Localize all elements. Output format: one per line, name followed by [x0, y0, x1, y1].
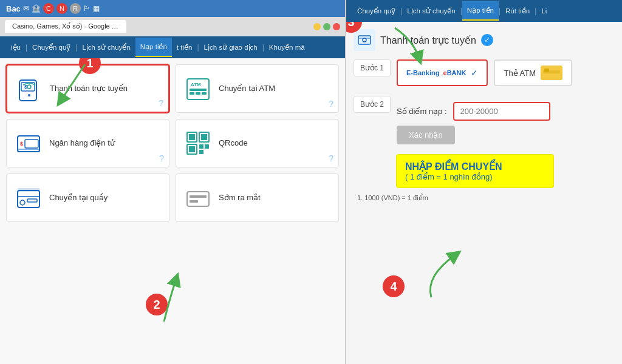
menu-card-atm[interactable]: ATM Chuyển tại ATM ? [176, 64, 339, 113]
chrome-tab[interactable]: Casino, Games, Xổ số) - Google Chrome [5, 20, 126, 33]
step-4-circle: 4 [383, 275, 405, 297]
nav-item-transfer[interactable]: Chuyển quỹ [27, 38, 75, 56]
ebank-payment-btn[interactable]: E-Banking eBANK ✓ [397, 59, 488, 86]
maximize-button[interactable] [323, 23, 330, 30]
chrome-controls [313, 23, 340, 30]
svg-point-32 [363, 38, 366, 42]
amount-input[interactable] [453, 102, 550, 121]
right-nav-transfer[interactable]: Chuyển quỹ [352, 2, 400, 20]
svg-rect-21 [199, 144, 203, 149]
close-button[interactable] [333, 23, 340, 30]
right-nav-history[interactable]: Lịch sử chuyển [402, 2, 460, 20]
ebanking-help[interactable]: ? [159, 153, 164, 163]
atm-payment-btn[interactable]: Thẻ ATM [494, 59, 572, 86]
svg-rect-10 [202, 92, 207, 95]
ebanking-icon: $ [15, 130, 42, 157]
counter-label: Chuyển tại quầy [49, 193, 108, 203]
payment-section-icon [354, 29, 375, 51]
more-icon: ▦ [93, 4, 100, 13]
svg-rect-18 [201, 134, 207, 140]
qr-label: QRcode [219, 138, 248, 149]
atm-help[interactable]: ? [329, 99, 333, 109]
svg-rect-26 [27, 199, 37, 202]
menu-card-ebanking[interactable]: $ Ngân hàng điện tử ? [6, 119, 169, 167]
step2-content: Số điểm nạp : Xác nhận [397, 96, 615, 144]
step1-row: Bước 1 E-Banking eBANK ✓ Thẻ ATM [354, 59, 615, 86]
soon-label: Sớm ra mắt [219, 193, 261, 203]
arrow-step4 [395, 243, 468, 303]
soon-icon [185, 184, 211, 211]
user-info: Bac ✉ 🏦 C N R 🏳 ▦ [6, 3, 100, 14]
svg-rect-16 [189, 134, 195, 140]
check-badge: ✓ [481, 34, 493, 46]
nav-item-txhistory[interactable]: Lịch sử giao dịch [199, 38, 262, 56]
section-title: Thanh toán trực tuyến ✓ [354, 29, 615, 51]
minimize-button[interactable] [313, 23, 321, 30]
ebanking-label: Ngân hàng điện tử [49, 138, 115, 149]
menu-card-qr[interactable]: QRcode ? [176, 119, 339, 167]
badge-c: C [43, 3, 54, 14]
badge-r: R [70, 3, 81, 14]
nav-item-history[interactable]: Lịch sử chuyển [77, 38, 135, 56]
menu-card-counter[interactable]: Chuyển tại quầy [6, 174, 169, 222]
atm-payment-label: Thẻ ATM [504, 69, 536, 78]
menu-card-soon: Sớm ra mắt [176, 174, 339, 222]
right-nav-bar: Chuyển quỹ | Lịch sử chuyển | Nạp tiền |… [346, 0, 622, 22]
yellow-callout: NHẬP ĐIỂM CHUYỂN ( 1 điểm = 1 nghìn đồng… [396, 154, 554, 188]
svg-rect-22 [205, 144, 209, 149]
svg-point-25 [20, 200, 25, 205]
online-payment-label: Thanh toán trực tuyến [50, 84, 128, 94]
right-nav-li[interactable]: Li [536, 2, 552, 19]
svg-text:$: $ [20, 141, 23, 147]
nav-item-promo[interactable]: Khuyến mã [264, 38, 310, 56]
confirm-button[interactable]: Xác nhận [397, 126, 455, 144]
qr-icon [185, 130, 211, 157]
username: Bac [6, 4, 21, 13]
callout-title: NHẬP ĐIỂM CHUYỂN [405, 161, 545, 172]
left-panel: Bac ✉ 🏦 C N R 🏳 ▦ Casino, Games, Xổ số) … [0, 0, 346, 364]
step2-label: Bước 2 [354, 96, 391, 113]
step-2-circle: 2 [146, 294, 168, 315]
flag-icon: 🏳 [83, 4, 91, 13]
svg-rect-27 [18, 188, 39, 192]
note-area: 1. 1000 (VND) = 1 điểm [357, 192, 615, 203]
top-bar: Bac ✉ 🏦 C N R 🏳 ▦ [0, 0, 345, 17]
callout-sub: ( 1 điểm = 1 nghìn đồng) [405, 172, 545, 181]
counter-icon [15, 184, 42, 211]
atm-label: Chuyển tại ATM [219, 84, 275, 94]
wallet-icon: 🏦 [32, 4, 41, 13]
chrome-titlebar: Casino, Games, Xổ số) - Google Chrome [0, 17, 345, 36]
envelope-icon: ✉ [23, 4, 29, 13]
svg-rect-13 [25, 140, 38, 148]
svg-text:ATM: ATM [191, 82, 201, 87]
online-payment-icon: $ [16, 75, 43, 102]
svg-rect-9 [196, 92, 200, 95]
payment-methods: E-Banking eBANK ✓ Thẻ ATM [397, 59, 615, 86]
right-nav-withdraw[interactable]: Rút tiền [501, 2, 535, 20]
svg-rect-35 [544, 69, 549, 72]
atm-icon: ATM [185, 75, 211, 102]
right-nav-deposit[interactable]: Nạp tiền [462, 1, 499, 21]
nav-item-data[interactable]: iệu [6, 38, 26, 56]
menu-grid: $ Thanh toán trực tuyến ? ATM [6, 64, 339, 222]
step1-content: E-Banking eBANK ✓ Thẻ ATM [397, 59, 615, 86]
svg-rect-20 [189, 146, 195, 152]
svg-rect-30 [190, 200, 198, 203]
left-nav-bar: iệu | Chuyển quỹ | Lịch sử chuyển Nạp ti… [0, 36, 345, 58]
note-text: 1. 1000 (VND) = 1 điểm [357, 194, 428, 201]
qr-help[interactable]: ? [329, 153, 333, 163]
svg-rect-31 [358, 36, 371, 44]
nav-item-withdraw[interactable]: t tiền [172, 38, 197, 56]
svg-rect-29 [190, 195, 207, 198]
step2-row: Bước 2 Số điểm nạp : Xác nhận [354, 96, 615, 144]
nav-item-deposit[interactable]: Nạp tiền [135, 38, 172, 57]
svg-rect-8 [190, 92, 194, 95]
svg-rect-23 [199, 150, 203, 154]
online-payment-help[interactable]: ? [159, 98, 163, 108]
right-panel: Chuyển quỹ | Lịch sử chuyển | Nạp tiền |… [346, 0, 622, 364]
amount-label: Số điểm nạp : [397, 107, 447, 116]
ebank-check-icon: ✓ [471, 68, 478, 78]
svg-rect-7 [190, 89, 207, 91]
ebank-logo-text: E-Banking eBANK [406, 69, 466, 76]
right-content: 3 4 [346, 22, 622, 364]
